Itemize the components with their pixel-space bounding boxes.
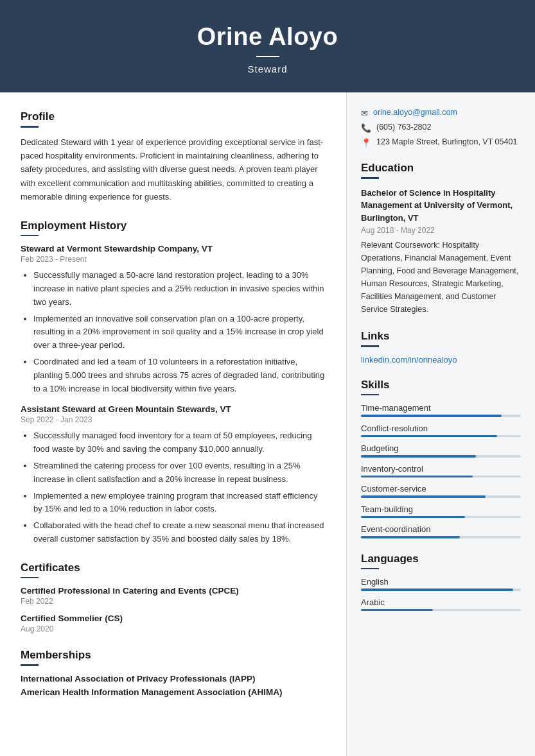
contact-email-row: ✉ orine.aloyo@gmail.com (361, 108, 521, 118)
skill-bar-bg (361, 516, 521, 519)
contact-phone-row: 📞 (605) 763-2802 (361, 123, 521, 133)
memberships-underline (21, 664, 39, 666)
skill-bar-bg (361, 476, 521, 478)
job-2-dates: Sep 2022 - Jan 2023 (21, 415, 326, 424)
certificates-section: Certificates Certified Professional in C… (21, 562, 326, 634)
education-section: Education Bachelor of Science in Hospita… (361, 162, 521, 316)
membership-2: American Health Information Management A… (21, 687, 326, 697)
phone-text: (605) 763-2802 (376, 123, 431, 132)
cert-1-date: Feb 2022 (21, 597, 326, 606)
skill-bar-bg (361, 435, 521, 438)
edu-degree: Bachelor of Science in Hospitality Manag… (361, 187, 521, 225)
contact-address-row: 📍 123 Maple Street, Burlington, VT 05401 (361, 137, 521, 148)
memberships-title: Memberships (21, 649, 326, 662)
skill-label: Conflict-resolution (361, 424, 521, 433)
cert-1: Certified Professional in Catering and E… (21, 586, 326, 606)
left-column: Profile Dedicated Steward with 1 year of… (0, 92, 347, 756)
skill-bar-fill (361, 476, 473, 478)
skill-row: Customer-service (361, 484, 521, 498)
language-label: Arabic (361, 597, 521, 607)
cert-2: Certified Sommelier (CS) Aug 2020 (21, 614, 326, 633)
resume-wrapper: Orine Aloyo Steward Profile Dedicated St… (0, 0, 535, 756)
language-row: Arabic (361, 597, 521, 612)
job-1-title: Steward at Vermont Stewardship Company, … (21, 244, 326, 253)
job-2-title: Assistant Steward at Green Mountain Stew… (21, 404, 326, 414)
skill-bar-fill (361, 536, 460, 538)
skill-row: Team-building (361, 504, 521, 519)
profile-section: Profile Dedicated Steward with 1 year of… (21, 110, 326, 204)
header-title: Steward (13, 64, 522, 74)
job-1-dates: Feb 2023 - Present (21, 255, 326, 264)
cert-1-name: Certified Professional in Catering and E… (21, 586, 326, 596)
skill-bar-bg (361, 536, 521, 538)
skill-bar-bg (361, 455, 521, 458)
profile-title: Profile (21, 110, 326, 123)
skill-label: Event-coordination (361, 524, 521, 534)
lang-bar-fill (361, 588, 513, 591)
location-icon: 📍 (361, 138, 371, 148)
certificates-underline (21, 577, 39, 579)
list-item: Successfully managed a 50-acre land rest… (33, 269, 326, 309)
job-2: Assistant Steward at Green Mountain Stew… (21, 404, 326, 546)
edu-coursework: Relevant Coursework: Hospitality Operati… (361, 239, 521, 316)
email-icon: ✉ (361, 108, 368, 118)
language-label: English (361, 577, 521, 587)
profile-underline (21, 126, 39, 128)
skills-section: Skills Time-management Conflict-resoluti… (361, 379, 521, 538)
list-item: Coordinated and led a team of 10 volunte… (33, 356, 326, 395)
job-1-bullets: Successfully managed a 50-acre land rest… (21, 269, 326, 395)
list-item: Implemented an innovative soil conservat… (33, 313, 326, 352)
right-column: ✉ orine.aloyo@gmail.com 📞 (605) 763-2802… (347, 92, 535, 756)
skill-bar-fill (361, 516, 465, 519)
list-item: Implemented a new employee training prog… (33, 490, 326, 517)
skill-bar-fill (361, 495, 486, 498)
links-section: Links linkedin.com/in/orinealoyo (361, 330, 521, 365)
skill-bar-fill (361, 455, 476, 458)
email-link[interactable]: orine.aloyo@gmail.com (373, 108, 457, 117)
skills-title: Skills (361, 379, 521, 391)
employment-underline (21, 235, 39, 237)
skill-bar-bg (361, 415, 521, 417)
employment-section: Employment History Steward at Vermont St… (21, 219, 326, 546)
job-1: Steward at Vermont Stewardship Company, … (21, 244, 326, 395)
header: Orine Aloyo Steward (0, 0, 535, 92)
header-name: Orine Aloyo (13, 23, 522, 51)
list-item: Streamlined the catering process for ove… (33, 460, 326, 486)
languages-list: English Arabic (361, 577, 521, 611)
skill-label: Team-building (361, 504, 521, 514)
languages-underline (361, 568, 379, 570)
links-underline (361, 345, 379, 347)
cert-2-date: Aug 2020 (21, 624, 326, 633)
education-title: Education (361, 162, 521, 175)
body-row: Profile Dedicated Steward with 1 year of… (0, 92, 535, 756)
skill-row: Budgeting (361, 443, 521, 458)
skills-underline (361, 394, 379, 396)
lang-bar-bg (361, 609, 521, 612)
skill-label: Inventory-control (361, 464, 521, 474)
skill-bar-bg (361, 495, 521, 498)
memberships-section: Memberships International Association of… (21, 649, 326, 697)
certificates-title: Certificates (21, 562, 326, 574)
employment-title: Employment History (21, 219, 326, 232)
header-divider (256, 56, 279, 57)
skill-row: Time-management (361, 403, 521, 417)
cert-2-name: Certified Sommelier (CS) (21, 614, 326, 623)
skill-label: Time-management (361, 403, 521, 413)
skill-row: Conflict-resolution (361, 424, 521, 438)
skill-label: Budgeting (361, 443, 521, 453)
languages-title: Languages (361, 553, 521, 565)
skill-row: Event-coordination (361, 524, 521, 538)
profile-text: Dedicated Steward with 1 year of experie… (21, 135, 326, 204)
skill-bar-fill (361, 435, 497, 438)
skill-label: Customer-service (361, 484, 521, 494)
skills-list: Time-management Conflict-resolution Budg… (361, 403, 521, 538)
contact-section: ✉ orine.aloyo@gmail.com 📞 (605) 763-2802… (361, 108, 521, 148)
lang-bar-fill (361, 609, 433, 612)
linkedin-link[interactable]: linkedin.com/in/orinealoyo (361, 355, 457, 365)
list-item: Collaborated with the head chef to creat… (33, 519, 326, 546)
address-text: 123 Maple Street, Burlington, VT 05401 (376, 137, 517, 146)
languages-section: Languages English Arabic (361, 553, 521, 612)
education-underline (361, 177, 379, 179)
skill-row: Inventory-control (361, 464, 521, 478)
language-row: English (361, 577, 521, 591)
